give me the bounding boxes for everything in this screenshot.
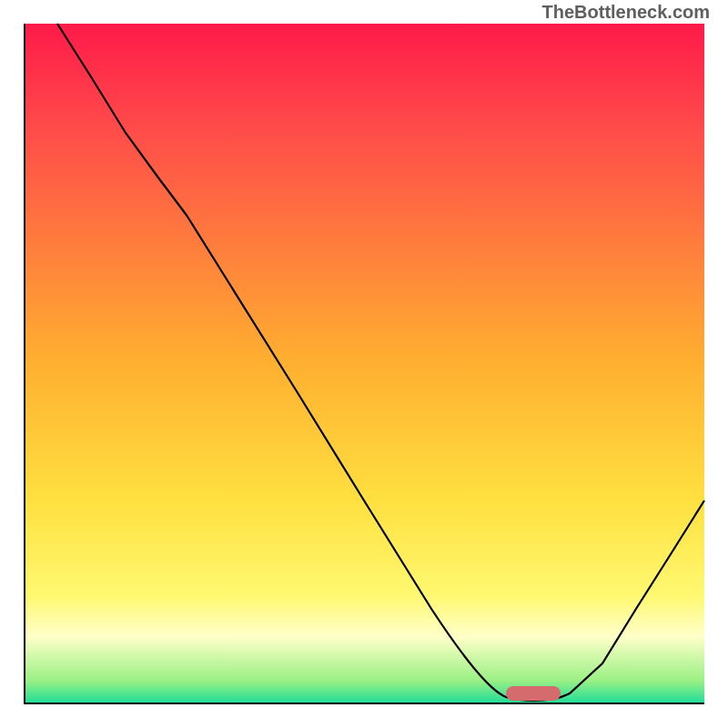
curve-layer [24, 24, 704, 704]
x-axis [24, 703, 704, 704]
y-axis [24, 24, 25, 704]
chart-container: TheBottleneck.com [0, 0, 728, 728]
bottleneck-curve [57, 24, 704, 701]
attribution-text: TheBottleneck.com [542, 2, 710, 23]
optimal-marker [506, 686, 561, 701]
